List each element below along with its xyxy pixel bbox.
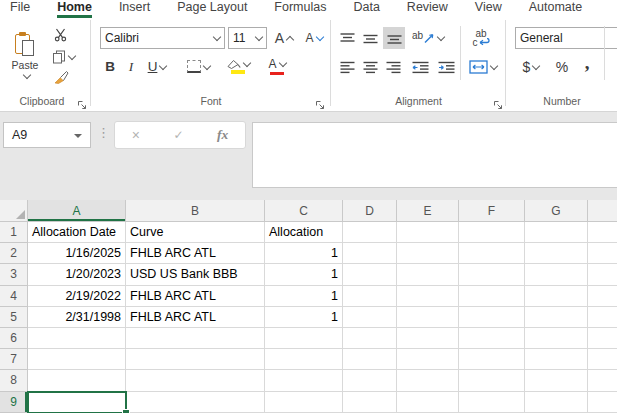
insert-function-icon[interactable]: fx [217, 127, 228, 143]
align-right-button[interactable] [383, 56, 404, 78]
font-name-combo[interactable]: Calibri [100, 27, 225, 49]
column-header-E[interactable]: E [397, 200, 459, 222]
cell[interactable] [588, 349, 617, 370]
align-middle-button[interactable] [360, 27, 381, 49]
cell[interactable] [265, 370, 343, 391]
increase-indent-button[interactable] [435, 56, 458, 78]
cut-button[interactable] [48, 26, 74, 44]
column-header-partial[interactable] [588, 200, 617, 222]
cell[interactable] [459, 349, 525, 370]
cell[interactable] [343, 264, 397, 285]
fill-color-button[interactable] [222, 54, 254, 78]
row-header-5[interactable]: 5 [0, 307, 28, 328]
format-painter-button[interactable] [48, 68, 74, 86]
row-header-4[interactable]: 4 [0, 286, 28, 307]
cell[interactable] [126, 349, 265, 370]
cell[interactable] [397, 243, 459, 264]
decrease-font-size-button[interactable]: A [301, 28, 327, 48]
cell-C3[interactable]: 1 [265, 264, 343, 285]
cell-B1[interactable]: Curve [126, 222, 265, 243]
cell[interactable] [343, 286, 397, 307]
cell[interactable] [28, 328, 126, 349]
cell[interactable] [588, 264, 617, 285]
cell[interactable] [525, 264, 588, 285]
cell[interactable] [459, 307, 525, 328]
cell[interactable] [397, 370, 459, 391]
row-header-2[interactable]: 2 [0, 243, 28, 264]
merge-center-button[interactable] [465, 56, 501, 78]
cell[interactable] [588, 370, 617, 391]
tab-data[interactable]: Data [353, 0, 379, 18]
align-top-button[interactable] [337, 27, 358, 49]
wrap-text-button[interactable]: ab c [466, 25, 496, 51]
percent-style-button[interactable]: % [551, 56, 573, 78]
align-center-button[interactable] [360, 56, 381, 78]
cell[interactable] [126, 370, 265, 391]
row-header-1[interactable]: 1 [0, 222, 28, 243]
row-header-6[interactable]: 6 [0, 328, 28, 349]
tab-home[interactable]: Home [57, 0, 92, 18]
cell[interactable] [265, 328, 343, 349]
align-bottom-button[interactable] [383, 27, 405, 49]
decrease-indent-button[interactable] [409, 56, 432, 78]
cell[interactable] [397, 328, 459, 349]
alignment-dialog-launcher[interactable] [493, 96, 503, 106]
fill-handle[interactable] [122, 409, 130, 413]
enter-icon[interactable]: ✓ [173, 128, 183, 142]
cell[interactable] [459, 370, 525, 391]
name-box[interactable]: A9 [3, 122, 91, 148]
font-size-combo[interactable]: 11 [228, 27, 267, 49]
cell-C1[interactable]: Allocation [265, 222, 343, 243]
align-left-button[interactable] [337, 56, 358, 78]
tab-insert[interactable]: Insert [119, 0, 150, 18]
cell[interactable] [459, 243, 525, 264]
cell[interactable] [588, 328, 617, 349]
cell[interactable] [397, 264, 459, 285]
cell[interactable] [588, 243, 617, 264]
row-header-3[interactable]: 3 [0, 264, 28, 285]
cell[interactable] [126, 392, 265, 413]
cancel-icon[interactable]: × [132, 127, 140, 143]
row-header-7[interactable]: 7 [0, 349, 28, 370]
cell-B4[interactable]: FHLB ARC ATL [126, 286, 265, 307]
cell-C5[interactable]: 1 [265, 307, 343, 328]
cell[interactable] [525, 349, 588, 370]
cell[interactable] [525, 328, 588, 349]
underline-button[interactable]: U [142, 56, 172, 77]
borders-button[interactable] [182, 56, 214, 77]
tab-formulas[interactable]: Formulas [274, 0, 326, 18]
cell-B5[interactable]: FHLB ARC ATL [126, 307, 265, 328]
cell-A3[interactable]: 1/20/2023 [28, 264, 126, 285]
bold-button[interactable]: B [101, 56, 119, 77]
tab-page-layout[interactable]: Page Layout [177, 0, 247, 18]
cell[interactable] [265, 392, 343, 413]
italic-button[interactable]: I [123, 56, 139, 77]
cell[interactable] [525, 222, 588, 243]
tab-file[interactable]: File [10, 0, 30, 18]
cell[interactable] [588, 307, 617, 328]
tab-view[interactable]: View [475, 0, 502, 18]
cell[interactable] [126, 328, 265, 349]
cell[interactable] [459, 328, 525, 349]
row-header-9[interactable]: 9 [0, 392, 28, 413]
cell[interactable] [459, 222, 525, 243]
cell[interactable] [459, 392, 525, 413]
cell-A4[interactable]: 2/19/2022 [28, 286, 126, 307]
cell-A2[interactable]: 1/16/2025 [28, 243, 126, 264]
paste-button[interactable]: Paste [6, 24, 44, 88]
cell[interactable] [525, 392, 588, 413]
cell-C4[interactable]: 1 [265, 286, 343, 307]
cell[interactable] [525, 243, 588, 264]
copy-button[interactable] [46, 48, 80, 66]
cell-A5[interactable]: 2/31/1998 [28, 307, 126, 328]
cell[interactable] [343, 392, 397, 413]
cell[interactable] [397, 307, 459, 328]
cell[interactable] [343, 307, 397, 328]
cell-B2[interactable]: FHLB ARC ATL [126, 243, 265, 264]
column-header-A[interactable]: A [28, 200, 126, 222]
column-header-C[interactable]: C [265, 200, 343, 222]
cell[interactable] [397, 349, 459, 370]
column-header-F[interactable]: F [459, 200, 525, 222]
cell[interactable] [459, 264, 525, 285]
number-format-combo[interactable]: General [515, 27, 617, 49]
